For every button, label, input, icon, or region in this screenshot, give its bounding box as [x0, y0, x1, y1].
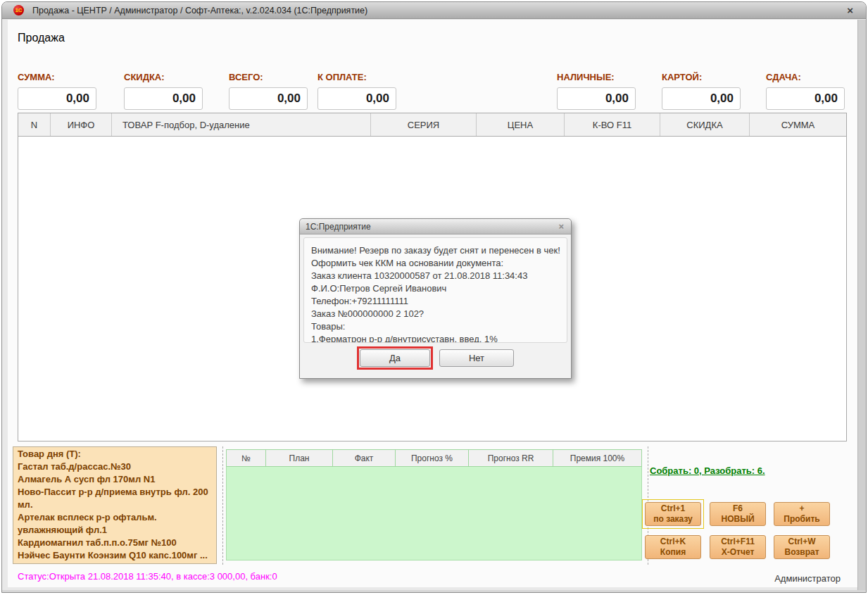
button-label: Копия — [646, 547, 700, 558]
summa-value[interactable]: 0,00 — [18, 87, 96, 110]
dialog-line: 1.Ферматрон р-р д/внутрисуставн. введ. 1… — [311, 333, 560, 343]
field-kartoj: КАРТОЙ: 0,00 — [662, 72, 741, 110]
status-bar-text: Статус:Открыта 21.08.2018 11:35:40, в ка… — [18, 571, 277, 582]
col-info: ИНФО — [51, 113, 112, 136]
button-key: Ctrl+K — [646, 537, 700, 547]
button-label: Возврат — [774, 547, 829, 558]
button-label: Пробить — [774, 514, 829, 525]
col-skidka: СКИДКА — [660, 113, 750, 136]
plan-col-prognoz-pct: Прогноз % — [395, 449, 468, 467]
day-panel-title: Товар дня (Т): — [18, 448, 212, 461]
dialog-line: Товары: — [311, 320, 560, 333]
button-x-otchet[interactable]: Ctrl+F11 X-Отчет — [710, 535, 766, 559]
sdacha-value[interactable]: 0,00 — [766, 87, 845, 110]
splitter-left[interactable] — [222, 446, 223, 565]
day-panel-item: Гастал таб.д/рассас.№30 — [18, 461, 212, 473]
field-k-oplate: К ОПЛАТЕ: 0,00 — [317, 72, 396, 110]
field-skidka: СКИДКА: 0,00 — [124, 72, 203, 110]
yes-button-highlight: Да — [357, 346, 433, 370]
plan-col-fakt: Факт — [332, 449, 395, 467]
button-key: + — [774, 503, 829, 514]
close-icon[interactable]: × — [841, 4, 859, 16]
dialog-line: Оформить чек ККМ на основании документа: — [311, 257, 560, 270]
button-probit[interactable]: + Пробить — [774, 502, 830, 526]
skidka-label: СКИДКА: — [124, 72, 203, 82]
yes-button[interactable]: Да — [360, 349, 430, 367]
k-oplate-label: К ОПЛАТЕ: — [317, 72, 396, 82]
button-key: Ctrl+F11 — [710, 537, 765, 547]
col-cena: ЦЕНА — [477, 113, 565, 136]
col-seriya: СЕРИЯ — [371, 113, 477, 136]
dialog-title: 1С:Предприятие — [306, 222, 371, 232]
plan-col-plan: План — [265, 449, 332, 467]
dialog-line: Заказ клиента 10320000587 от 21.08.2018 … — [311, 270, 560, 282]
orders-link[interactable]: Собрать: 0, Разобрать: 6. — [650, 465, 765, 476]
field-summa: СУММА: 0,00 — [18, 72, 96, 110]
col-tovar: ТОВАР F-подбор, D-удаление — [112, 113, 371, 136]
confirmation-dialog: 1С:Предприятие × Внимание! Резерв по зак… — [299, 218, 572, 379]
field-vsego: ВСЕГО: 0,00 — [229, 72, 308, 110]
1c-logo-icon: 1С — [13, 5, 24, 15]
col-kvo: К-ВО F11 — [565, 113, 660, 136]
plan-col-num: № — [226, 449, 265, 467]
dialog-buttons: Да Нет — [300, 346, 571, 370]
dialog-line: Заказ №000000000 2 102? — [311, 308, 560, 320]
day-panel-item: Кардиомагнил таб.п.п.о.75мг №100 — [18, 537, 212, 549]
sdacha-label: СДАЧА: — [766, 72, 845, 82]
nalichnye-value[interactable]: 0,00 — [557, 87, 636, 110]
plan-table-header: № План Факт Прогноз % Прогноз RR Премия … — [226, 449, 642, 467]
k-oplate-value[interactable]: 0,00 — [317, 87, 396, 110]
field-nalichnye: НАЛИЧНЫЕ: 0,00 — [557, 72, 636, 110]
plan-table: № План Факт Прогноз % Прогноз RR Премия … — [226, 449, 642, 560]
day-panel-item: Алмагель А сусп фл 170мл N1 — [18, 473, 212, 486]
window-title: Продажа - ЦЕНТР / Администратор / Софт-А… — [32, 6, 367, 15]
day-panel-item: Артелак всплеск р-р офтальм. увлажняющий… — [18, 511, 212, 537]
button-label: НОВЫЙ — [710, 514, 765, 525]
kartoj-label: КАРТОЙ: — [662, 72, 741, 82]
dialog-close-icon[interactable]: × — [557, 221, 565, 232]
kartoj-value[interactable]: 0,00 — [662, 87, 741, 110]
button-kopiya[interactable]: Ctrl+K Копия — [645, 535, 701, 559]
button-key: Ctrl+1 — [646, 503, 700, 514]
window-frame-right — [857, 20, 866, 592]
window-titlebar[interactable]: 1С Продажа - ЦЕНТР / Администратор / Соф… — [2, 2, 866, 19]
day-panel-item: Нэйчес Баунти Коэнзим Q10 капс.100мг ... — [18, 549, 212, 562]
button-novyj[interactable]: F6 НОВЫЙ — [710, 502, 766, 526]
plan-table-body — [226, 467, 642, 560]
page-title: Продажа — [18, 32, 65, 44]
plan-col-premiya: Премия 100% — [553, 449, 642, 467]
dialog-line: Телефон:+79211111111 — [311, 295, 560, 308]
vsego-label: ВСЕГО: — [229, 72, 308, 82]
col-n: N — [18, 113, 51, 136]
day-panel-item: Ново-Пассит р-р д/приема внутрь фл. 200 … — [18, 486, 212, 511]
button-vozvrat[interactable]: Ctrl+W Возврат — [774, 535, 830, 559]
skidka-value[interactable]: 0,00 — [124, 87, 203, 110]
dialog-titlebar[interactable]: 1С:Предприятие × — [300, 219, 571, 234]
button-key: F6 — [710, 503, 765, 514]
no-button[interactable]: Нет — [439, 349, 514, 367]
col-summa: СУММА — [750, 113, 846, 136]
button-label: X-Отчет — [710, 547, 765, 558]
window-frame-bottom — [2, 590, 866, 592]
summa-label: СУММА: — [18, 72, 96, 82]
dialog-message: Внимание! Резерв по заказу будет снят и … — [303, 237, 567, 343]
plan-col-prognoz-rr: Прогноз RR — [468, 449, 553, 467]
dialog-line: Внимание! Резерв по заказу будет снят и … — [311, 244, 560, 257]
dialog-line: Ф.И.О:Петров Сергей Иванович — [311, 282, 560, 295]
product-of-day-panel: Товар дня (Т): Гастал таб.д/рассас.№30 А… — [13, 446, 217, 564]
button-po-zakazu[interactable]: Ctrl+1 по заказу — [645, 502, 701, 526]
field-sdacha: СДАЧА: 0,00 — [766, 72, 845, 110]
nalichnye-label: НАЛИЧНЫЕ: — [557, 72, 636, 82]
current-user: Администратор — [774, 573, 841, 584]
vsego-value[interactable]: 0,00 — [229, 87, 308, 110]
button-key: Ctrl+W — [774, 537, 829, 547]
button-label: по заказу — [646, 514, 700, 525]
items-table-header: N ИНФО ТОВАР F-подбор, D-удаление СЕРИЯ … — [18, 113, 846, 137]
